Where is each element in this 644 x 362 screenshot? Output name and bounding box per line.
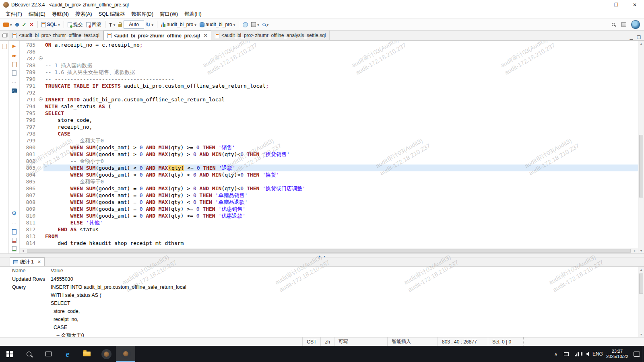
- taskbar-ie-button[interactable]: e: [58, 346, 77, 362]
- code-line-790[interactable]: 790-- ----------------------------------…: [20, 76, 638, 82]
- stats-row-0[interactable]: Updated Rows14555030: [0, 275, 644, 283]
- stats-row-3[interactable]: SELECT: [0, 299, 644, 307]
- open-connection-button[interactable]: [2, 20, 14, 29]
- perspective-button[interactable]: [620, 20, 628, 29]
- execute-statement-icon[interactable]: [11, 43, 17, 49]
- minimize-button[interactable]: —: [588, 0, 607, 10]
- execute-script-icon[interactable]: [11, 52, 17, 59]
- menu-item-4[interactable]: SQL 编辑器: [95, 10, 128, 19]
- locale-indicator[interactable]: zh: [320, 337, 334, 346]
- menu-item-0[interactable]: 文件(F): [2, 10, 25, 19]
- taskbar-start-button[interactable]: [0, 346, 19, 362]
- stats-row-5[interactable]: receipt_no,: [0, 315, 644, 323]
- scroll-down-icon[interactable]: [638, 331, 644, 337]
- code-line-794[interactable]: 794WITH sale_status AS (: [20, 103, 638, 110]
- code-line-797[interactable]: 797 receipt_no,: [20, 123, 638, 130]
- sql-search-button[interactable]: [261, 20, 270, 29]
- fold-marker[interactable]: −: [38, 55, 43, 62]
- close-button[interactable]: ✕: [625, 0, 644, 10]
- code-line-786[interactable]: 786: [20, 48, 638, 55]
- commit-button[interactable]: 提交: [66, 20, 85, 29]
- taskbar-app-dbeaver-1[interactable]: [97, 346, 116, 362]
- quick-search-button[interactable]: [610, 20, 617, 29]
- database-navigator-icon[interactable]: [2, 44, 6, 49]
- connection-cancel-button[interactable]: [28, 20, 35, 29]
- tray-volume-icon[interactable]: [582, 346, 592, 362]
- caret-position-indicator[interactable]: 803 : 40 : 26877: [438, 337, 488, 346]
- insert-mode-indicator[interactable]: 智能插入: [387, 337, 438, 346]
- menu-item-3[interactable]: 搜索(A): [72, 10, 95, 19]
- pin-connection-button[interactable]: [14, 20, 21, 29]
- transaction-mode-button[interactable]: [107, 20, 117, 29]
- column-header-name[interactable]: Name: [0, 267, 48, 275]
- stats-row-6[interactable]: CASE: [0, 323, 644, 331]
- close-icon[interactable]: [204, 33, 207, 38]
- database-selector[interactable]: audit_bi_pro: [159, 20, 198, 29]
- stats-row-2[interactable]: WITH sale_status AS (: [0, 291, 644, 299]
- code-line-810[interactable]: 810 WHEN SUM(goods_amt) = 0 AND MAX(qty)…: [20, 212, 638, 219]
- editor-tab-1[interactable]: <audit_bi_pro> zhumr_offline_pre.sql: [103, 31, 211, 40]
- tray-expand-chevron[interactable]: [551, 346, 561, 362]
- code-line-788[interactable]: 788-- 1 插入国内数据: [20, 62, 638, 69]
- vscroll-thumb[interactable]: [639, 135, 643, 197]
- menu-item-1[interactable]: 编辑(E): [25, 10, 49, 19]
- code-line-792[interactable]: 792: [20, 89, 638, 96]
- show-desktop-button[interactable]: [642, 346, 644, 362]
- more-actions-icon[interactable]: [11, 220, 17, 226]
- taskbar-clock[interactable]: 23:27 2025/10/22: [603, 349, 632, 359]
- lock-button[interactable]: [117, 20, 124, 29]
- panel-sash[interactable]: [0, 253, 644, 257]
- editor-tab-2[interactable]: <audit_bi_pro> zhumr_offline_analysis_se…: [211, 31, 330, 40]
- menu-item-5[interactable]: 数据库(D): [128, 10, 157, 19]
- code-line-799[interactable]: 799 -- 金额大于0: [20, 137, 638, 144]
- open-in-grid-icon[interactable]: [12, 246, 17, 251]
- taskbar-explorer-button[interactable]: [77, 346, 97, 362]
- menu-item-6[interactable]: 窗口(W): [157, 10, 181, 19]
- statistics-tab[interactable]: 统计 1: [10, 257, 45, 266]
- hscroll-thumb[interactable]: [27, 249, 631, 253]
- dbeaver-logo[interactable]: [631, 20, 640, 29]
- code-line-795[interactable]: 795SELECT: [20, 110, 638, 117]
- code-line-812[interactable]: 812 END AS status: [20, 226, 638, 233]
- minimize-editor-icon[interactable]: [630, 35, 633, 40]
- vscroll-track[interactable]: [638, 46, 644, 248]
- sql-terminal-icon[interactable]: [12, 88, 17, 93]
- selection-indicator[interactable]: Sel: 0 | 0: [488, 337, 523, 346]
- code-line-796[interactable]: 796 store_code,: [20, 117, 638, 123]
- timezone-indicator[interactable]: CST: [302, 337, 320, 346]
- scroll-down-icon[interactable]: [638, 248, 644, 253]
- explain-plan-icon[interactable]: [12, 70, 17, 76]
- code-line-813[interactable]: 813FROM: [20, 233, 638, 240]
- taskbar-taskview-button[interactable]: [39, 346, 58, 362]
- code-line-805[interactable]: 805 -- 金额等于0: [20, 178, 638, 185]
- stats-row-7[interactable]: -- 金额大于0: [0, 331, 644, 337]
- menu-item-7[interactable]: 帮助(H): [181, 10, 204, 19]
- more-actions-icon[interactable]: [11, 79, 17, 85]
- transaction-log-button[interactable]: [144, 20, 155, 29]
- code-line-791[interactable]: 791TRUNCATE TABLE IF EXISTS audit_bi_pro…: [20, 82, 638, 89]
- maximize-editor-icon[interactable]: [637, 35, 641, 40]
- taskbar-search-button[interactable]: [19, 346, 39, 362]
- gear-icon[interactable]: [11, 210, 17, 216]
- code-line-793[interactable]: 793−INSERT INTO audit_bi_pro.custom_offl…: [20, 96, 638, 103]
- stats-row-4[interactable]: store_code,: [0, 307, 644, 315]
- fold-minus-icon[interactable]: −: [39, 56, 43, 60]
- tray-language-indicator[interactable]: ENG: [592, 346, 603, 362]
- code-line-802[interactable]: 802 -- 金额小于0: [20, 158, 638, 165]
- action-center-button[interactable]: [632, 346, 642, 362]
- scroll-up-icon[interactable]: [638, 41, 644, 46]
- rollback-button[interactable]: 回滚: [85, 20, 103, 29]
- menu-item-2[interactable]: 导航(N): [49, 10, 72, 19]
- horizontal-scrollbar[interactable]: [20, 248, 638, 253]
- connection-ok-button[interactable]: [21, 20, 28, 29]
- hscroll-track[interactable]: [26, 248, 632, 253]
- code-line-806[interactable]: 806 WHEN SUM(goods_amt) = 0 AND MAX(qty)…: [20, 185, 638, 192]
- save-to-file-icon[interactable]: [12, 238, 17, 243]
- scroll-right-icon[interactable]: [632, 248, 638, 253]
- code-line-800[interactable]: 800 WHEN SUM(goods_amt) > 0 AND MIN(qty)…: [20, 144, 638, 151]
- sql-dialect-selector[interactable]: SQL: [40, 20, 62, 29]
- execute-new-tab-icon[interactable]: [12, 62, 17, 67]
- globe-button[interactable]: [241, 20, 250, 29]
- code-line-798[interactable]: 798 CASE: [20, 130, 638, 137]
- code-line-789[interactable]: 789-- 1.6 插入男生女生销售、退款数据: [20, 69, 638, 76]
